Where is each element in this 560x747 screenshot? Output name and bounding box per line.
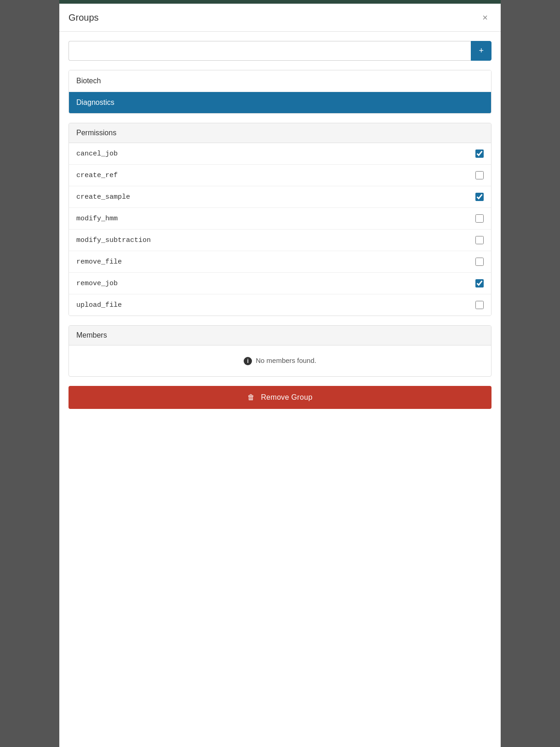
add-group-button[interactable]: +	[471, 41, 491, 61]
upload-file-checkbox[interactable]	[475, 301, 484, 309]
groups-list: Biotech Diagnostics	[69, 70, 491, 114]
remove-group-button[interactable]: 🗑 Remove Group	[69, 386, 491, 409]
modify-hmm-checkbox[interactable]	[475, 214, 484, 223]
checkbox-cell	[475, 149, 484, 158]
members-card: Members i No members found.	[69, 325, 491, 377]
checkbox-cell	[475, 171, 484, 179]
search-row: +	[69, 41, 491, 61]
permission-row-cancel-job: cancel_job	[69, 143, 491, 165]
permission-row-create-sample: create_sample	[69, 186, 491, 208]
permission-name: create_sample	[76, 193, 130, 201]
permission-row-upload-file: upload_file	[69, 294, 491, 316]
group-item-label: Diagnostics	[76, 98, 114, 106]
modal-body: + Biotech Diagnostics Permissions cancel…	[59, 32, 501, 418]
permission-row-create-ref: create_ref	[69, 165, 491, 186]
close-button[interactable]: ×	[479, 11, 491, 24]
permission-name: modify_hmm	[76, 215, 118, 223]
members-empty-message: No members found.	[256, 356, 316, 364]
group-item-diagnostics[interactable]: Diagnostics	[69, 92, 491, 113]
permission-name: cancel_job	[76, 150, 118, 158]
members-empty-state: i No members found.	[69, 345, 491, 376]
checkbox-cell	[475, 193, 484, 201]
permission-row-modify-hmm: modify_hmm	[69, 208, 491, 230]
checkbox-cell	[475, 236, 484, 244]
modal-header: Groups ×	[59, 4, 501, 32]
permission-name: create_ref	[76, 172, 118, 179]
group-item-biotech[interactable]: Biotech	[69, 70, 491, 92]
permission-row-modify-subtraction: modify_subtraction	[69, 230, 491, 251]
permissions-card: Permissions cancel_job create_ref create…	[69, 123, 491, 316]
permission-name: remove_job	[76, 280, 118, 287]
checkbox-cell	[475, 279, 484, 287]
remove-file-checkbox[interactable]	[475, 258, 484, 266]
modal-container: Groups × + Biotech Diagnostics Permissio…	[59, 0, 501, 747]
permissions-header: Permissions	[69, 123, 491, 143]
checkbox-cell	[475, 258, 484, 266]
permission-row-remove-job: remove_job	[69, 273, 491, 294]
members-header: Members	[69, 326, 491, 345]
info-icon: i	[244, 357, 252, 365]
top-bar	[59, 0, 501, 4]
checkbox-cell	[475, 214, 484, 223]
group-item-label: Biotech	[76, 77, 101, 85]
trash-icon: 🗑	[247, 393, 255, 401]
permission-name: remove_file	[76, 258, 122, 266]
modify-subtraction-checkbox[interactable]	[475, 236, 484, 244]
create-ref-checkbox[interactable]	[475, 171, 484, 179]
remove-job-checkbox[interactable]	[475, 279, 484, 287]
permission-name: upload_file	[76, 301, 122, 309]
permission-row-remove-file: remove_file	[69, 251, 491, 273]
search-input[interactable]	[69, 41, 471, 61]
remove-group-label: Remove Group	[261, 393, 312, 401]
checkbox-cell	[475, 301, 484, 309]
cancel-job-checkbox[interactable]	[475, 149, 484, 158]
permission-name: modify_subtraction	[76, 236, 151, 244]
modal-title: Groups	[69, 12, 99, 23]
plus-icon: +	[479, 46, 484, 56]
create-sample-checkbox[interactable]	[475, 193, 484, 201]
